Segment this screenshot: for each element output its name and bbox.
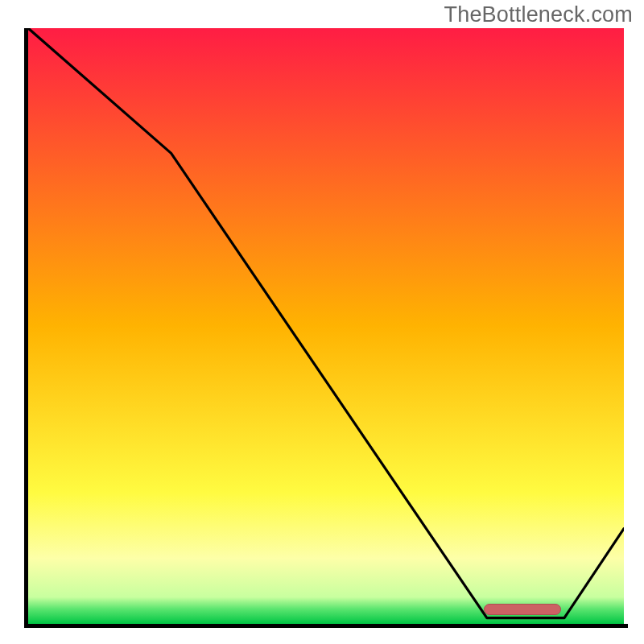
x-axis [24,624,628,628]
optimal-marker [484,604,561,615]
bottleneck-chart: TheBottleneck.com [0,0,644,644]
watermark-text: TheBottleneck.com [444,2,633,27]
plot-area [28,28,624,624]
bottleneck-curve [28,28,624,618]
curve-layer [28,28,624,624]
